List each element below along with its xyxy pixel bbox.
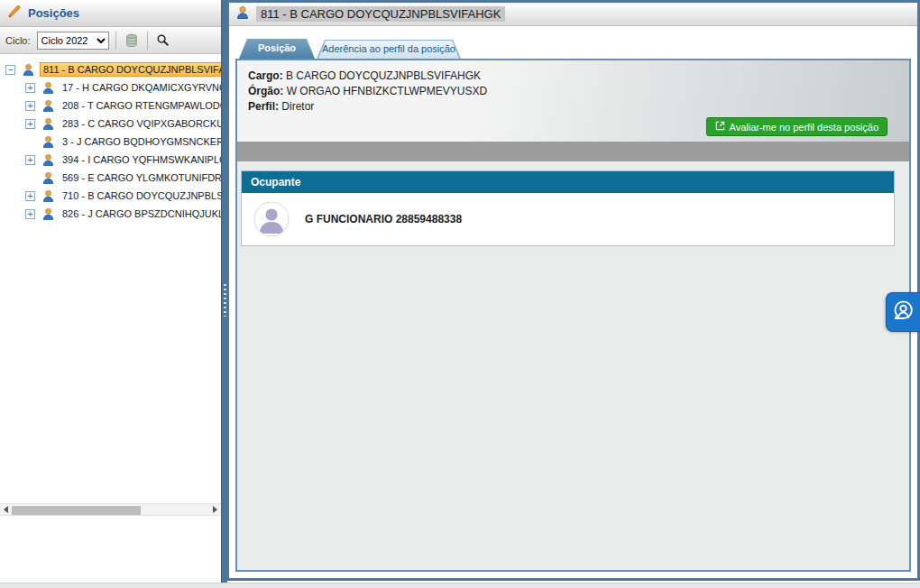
person-icon xyxy=(235,5,250,23)
database-icon[interactable] xyxy=(123,32,141,50)
scroll-left-arrow-icon[interactable] xyxy=(4,506,8,513)
tree-item[interactable]: + 283 - C CARGO VQIPXGABORCKUZDLEYWN xyxy=(0,115,221,133)
position-detail-panel: 811 - B CARGO DOYCQUZJNPBLSVIFAHGK Posiç… xyxy=(227,0,920,581)
occupant-card: Ocupante G FUNC xyxy=(241,170,895,246)
tree-item-label: 811 - B CARGO DOYCQUZJNPBLSVIFAHGK (G FU… xyxy=(40,62,221,77)
splitter-grip-icon xyxy=(224,284,226,317)
position-header: 811 - B CARGO DOYCQUZJNPBLSVIFAHGK xyxy=(229,3,917,26)
tree-item-label: 283 - C CARGO VQIPXGABORCKUZDLEYWN xyxy=(60,117,221,130)
evaluate-button-label: Avaliar-me no perfil desta posição xyxy=(730,122,879,133)
cargo-label: Cargo: xyxy=(248,69,283,82)
paintbrush-icon xyxy=(7,5,22,23)
positions-panel: Posições Ciclo: Ciclo 2022 xyxy=(0,0,221,583)
person-icon xyxy=(41,81,55,95)
tree-item[interactable]: + 208 - T CARGO RTENGMPAWLODQCHUSXVI xyxy=(0,96,221,115)
cargo-row: Cargo: B CARGO DOYCQUZJNPBLSVIFAHGK xyxy=(248,69,898,84)
expand-toggle-icon[interactable]: + xyxy=(25,119,35,129)
tab-content-panel: Cargo: B CARGO DOYCQUZJNPBLSVIFAHGK Órgã… xyxy=(235,59,911,572)
perfil-row: Perfil: Diretor xyxy=(248,99,898,115)
cycle-toolbar: Ciclo: Ciclo 2022 xyxy=(0,27,221,54)
occupant-name: G FUNCIONARIO 28859488338 xyxy=(305,213,462,225)
tree-item[interactable]: + 17 - H CARGO DKQAMICXGYRVNOHJEZLF (C xyxy=(0,78,221,96)
tree-item-label: 569 - E CARGO YLGMKOTUNIFDRXECZQHW xyxy=(60,171,221,184)
tree-item-label: 826 - J CARGO BPSZDCNIHQJUKLEGXFTY (H xyxy=(60,207,221,220)
person-icon xyxy=(41,189,55,203)
occupant-row: G FUNCIONARIO 28859488338 xyxy=(242,193,894,245)
cycle-label: Ciclo: xyxy=(5,35,31,46)
toolbar-separator xyxy=(147,32,148,50)
app-root: Posições Ciclo: Ciclo 2022 xyxy=(0,0,920,588)
tree-item-label: 3 - J CARGO BQDHOYGMSNCKERAPTVJZ (B xyxy=(60,135,221,148)
orgao-label: Órgão: xyxy=(248,85,283,97)
tab-aderencia-perfil[interactable]: Aderência ao perfil da posição xyxy=(317,40,461,59)
tree-item-label: 208 - T CARGO RTENGMPAWLODQCHUSXVI xyxy=(60,99,221,112)
external-link-icon xyxy=(715,121,725,133)
cycle-select[interactable]: Ciclo 2022 xyxy=(37,32,109,50)
tab-label: Posição xyxy=(239,39,315,58)
tree-item[interactable]: 569 - E CARGO YLGMKOTUNIFDRXECZQHW xyxy=(0,169,221,187)
expand-toggle-icon[interactable]: + xyxy=(25,83,35,93)
position-title: 811 - B CARGO DOYCQUZJNPBLSVIFAHGK xyxy=(256,6,505,22)
positions-tree: − 811 - B CARGO DOYCQUZJNPBLSVIFAHGK (G … xyxy=(0,54,221,223)
collapse-toggle-icon[interactable]: − xyxy=(5,65,15,75)
tree-item[interactable]: + 826 - J CARGO BPSZDCNIHQJUKLEGXFTY (H xyxy=(0,205,221,223)
scroll-thumb[interactable] xyxy=(12,506,141,515)
panel-title: Posições xyxy=(28,6,79,20)
person-icon xyxy=(22,63,35,77)
perfil-value: Diretor xyxy=(281,100,314,113)
tree-item-label: 17 - H CARGO DKQAMICXGYRVNOHJEZLF (C xyxy=(60,81,221,94)
divider-bar xyxy=(237,142,909,161)
evaluate-button[interactable]: Avaliar-me no perfil desta posição xyxy=(706,117,888,136)
expand-toggle-icon[interactable]: + xyxy=(25,209,35,219)
panel-splitter[interactable] xyxy=(221,0,227,583)
search-icon[interactable] xyxy=(154,32,172,50)
tree-horizontal-scrollbar[interactable] xyxy=(0,503,221,516)
avatar xyxy=(253,201,290,237)
expand-toggle-icon[interactable]: + xyxy=(25,155,35,165)
expand-toggle-icon[interactable]: + xyxy=(25,101,35,111)
toolbar-separator xyxy=(115,32,116,50)
position-info: Cargo: B CARGO DOYCQUZJNPBLSVIFAHGK Órgã… xyxy=(237,60,909,142)
cargo-value: B CARGO DOYCQUZJNPBLSVIFAHGK xyxy=(286,69,481,82)
person-icon xyxy=(41,117,55,131)
tab-strip: Posição Aderência ao perfil da posição xyxy=(239,39,911,59)
tree-item[interactable]: − 811 - B CARGO DOYCQUZJNPBLSVIFAHGK (G … xyxy=(0,60,221,78)
scroll-right-arrow-icon[interactable] xyxy=(213,506,217,513)
person-icon xyxy=(41,99,55,113)
tree-item[interactable]: + 710 - B CARGO DOYCQUZJNPBLSVIFAHGK (L xyxy=(0,187,221,205)
tree-item-label: 710 - B CARGO DOYCQUZJNPBLSVIFAHGK (L xyxy=(60,189,221,202)
tab-posicao[interactable]: Posição xyxy=(239,39,315,59)
person-icon xyxy=(41,135,55,149)
chat-button[interactable] xyxy=(886,292,920,332)
occupant-section-header: Ocupante xyxy=(242,171,894,193)
person-icon xyxy=(41,153,55,167)
tab-label: Aderência ao perfil da posição xyxy=(317,40,461,59)
expand-toggle-icon[interactable]: + xyxy=(25,191,35,201)
person-icon xyxy=(41,207,55,221)
perfil-label: Perfil: xyxy=(248,100,279,113)
footer-strip xyxy=(0,583,920,588)
positions-panel-header: Posições xyxy=(0,0,221,27)
tree-item[interactable]: + 394 - I CARGO YQFHMSWKANIPLCTBRJEX (A xyxy=(0,151,221,169)
tree-item-label: 394 - I CARGO YQFHMSWKANIPLCTBRJEX (A xyxy=(60,153,221,166)
orgao-row: Órgão: W ORGAO HFNBIZKCTLWPMEVYUSXD xyxy=(248,84,898,99)
main-body: Posição Aderência ao perfil da posição C… xyxy=(229,26,917,578)
person-icon xyxy=(41,171,55,185)
chat-bubble-person-icon xyxy=(891,299,915,326)
tree-item[interactable]: 3 - J CARGO BQDHOYGMSNCKERAPTVJZ (B xyxy=(0,133,221,151)
orgao-value: W ORGAO HFNBIZKCTLWPMEVYUSXD xyxy=(287,85,487,97)
